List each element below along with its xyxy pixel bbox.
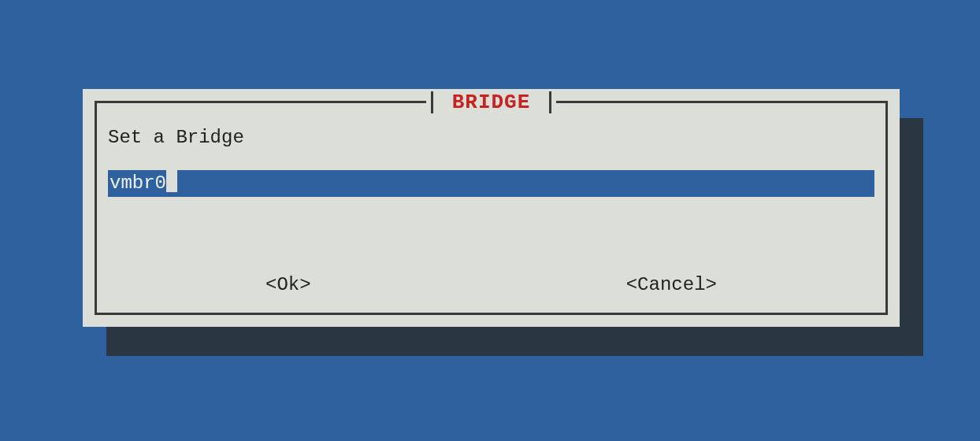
screen: BRIDGE Set a Bridge vmbr0 <Ok> <Cancel> [0,0,980,441]
bridge-input[interactable]: vmbr0 [108,170,874,197]
title-divider-icon [549,91,551,113]
cancel-button[interactable]: <Cancel> [620,272,723,297]
title-divider-icon [431,91,433,113]
dialog-prompt: Set a Bridge [108,127,874,148]
bridge-dialog: BRIDGE Set a Bridge vmbr0 <Ok> <Cancel> [83,89,900,327]
text-cursor-icon [166,170,177,192]
bridge-input-value: vmbr0 [108,172,166,194]
dialog-buttons: <Ok> <Cancel> [108,272,874,297]
dialog-content: Set a Bridge vmbr0 <Ok> <Cancel> [108,127,874,311]
dialog-title: BRIDGE [441,91,542,113]
ok-button[interactable]: <Ok> [259,272,317,297]
